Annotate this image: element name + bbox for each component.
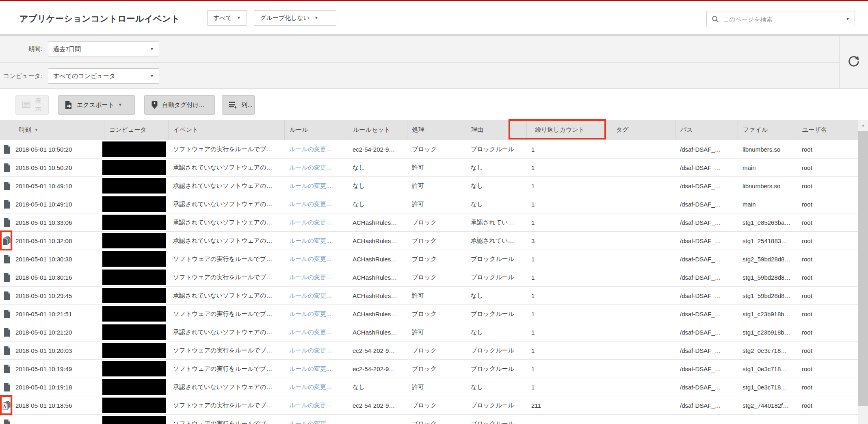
- rule-change-link[interactable]: ルールの変更...: [289, 146, 331, 153]
- reason-cell: ブロックルール: [466, 415, 526, 424]
- table-row[interactable]: 2018-05-01 10:49:10 承認されていないソフトウェアの… ルール…: [0, 177, 858, 195]
- repeat-count-cell: 1: [526, 287, 611, 304]
- action-cell: ブロック: [407, 415, 466, 424]
- table-row[interactable]: 2018-05-01 10:18:56 ソフトウェアの実行をルールでブ… ルール…: [0, 396, 858, 415]
- rule-change-link[interactable]: ルールの変更...: [289, 182, 331, 190]
- column-header-action[interactable]: 処理: [407, 120, 466, 140]
- rule-change-link[interactable]: ルールの変更...: [289, 255, 331, 263]
- table-row[interactable]: 2018-05-01 10:29:45 承認されていないソフトウェアの… ルール…: [0, 287, 858, 305]
- column-header-user[interactable]: ユーザ名: [797, 120, 858, 140]
- event-scope-dropdown[interactable]: すべて ▼: [207, 10, 247, 26]
- filter-panel: 期間: 過去7日間 ▼ コンピュータ: すべてのコンピュータ ▼: [0, 34, 868, 89]
- rule-change-link[interactable]: ルールの変更...: [289, 347, 331, 354]
- column-header-reason[interactable]: 理由: [466, 120, 526, 140]
- rule-change-link[interactable]: ルールの変更...: [289, 328, 331, 336]
- time-cell: [14, 415, 104, 424]
- table-row[interactable]: 2018-05-01 10:50:20 ソフトウェアの実行をルールでブ… ルール…: [0, 140, 858, 159]
- action-cell: 許可: [407, 177, 466, 195]
- rule-cell: ルールの変更...: [284, 268, 348, 286]
- rule-change-link[interactable]: ルールの変更...: [289, 420, 331, 424]
- rule-change-link[interactable]: ルールの変更...: [289, 219, 331, 226]
- column-header-tag[interactable]: タグ: [611, 120, 675, 140]
- events-table: 時刻 ▼ コンピュータ イベント ルール ルールセット 処理 理由 繰り返しカウ…: [0, 120, 858, 424]
- computer-select[interactable]: すべてのコンピュータ ▼: [48, 68, 159, 84]
- ruleset-cell: ACHashRules…: [348, 232, 407, 250]
- user-cell: root: [797, 177, 858, 195]
- event-cell: ソフトウェアの実行をルールでブ…: [168, 396, 284, 414]
- path-cell: /dsaf-DSAF_…: [675, 250, 738, 268]
- tag-cell: [611, 378, 675, 396]
- event-cell: 承認されていないソフトウェアの…: [168, 323, 284, 341]
- user-cell: root: [797, 305, 858, 323]
- table-row[interactable]: 2018-05-01 10:30:30 ソフトウェアの実行をルールでブ… ルール…: [0, 250, 858, 268]
- auto-tag-button[interactable]: 自動タグ付け...: [144, 95, 215, 115]
- table-row[interactable]: 2018-05-01 10:21:51 ソフトウェアの実行をルールでブ… ルール…: [0, 305, 858, 323]
- rule-change-link[interactable]: ルールの変更...: [289, 164, 331, 172]
- column-header-rule[interactable]: ルール: [284, 120, 348, 140]
- scroll-up-arrow-icon[interactable]: ▲: [858, 120, 868, 130]
- computer-cell: [104, 378, 168, 396]
- table-row[interactable]: 2018-05-01 10:50:20 承認されていないソフトウェアの… ルール…: [0, 159, 858, 177]
- table-row[interactable]: 2018-05-01 10:19:18 承認されていないソフトウェアの… ルール…: [0, 378, 858, 396]
- refresh-button[interactable]: [847, 55, 860, 69]
- table-row[interactable]: 2018-05-01 10:20:03 ソフトウェアの実行をルールでブ… ルール…: [0, 341, 858, 360]
- rule-change-link[interactable]: ルールの変更...: [289, 383, 331, 391]
- table-row[interactable]: 2018-05-01 10:21:20 承認されていないソフトウェアの… ルール…: [0, 323, 858, 341]
- computer-name-redacted: [102, 361, 166, 376]
- export-button[interactable]: エクスポート ▼: [58, 95, 135, 115]
- column-header-repeat-count[interactable]: 繰り返しカウント: [526, 120, 611, 140]
- column-header-ruleset[interactable]: ルールセット: [348, 120, 407, 140]
- user-cell: root: [797, 396, 858, 414]
- search-input[interactable]: [723, 16, 842, 23]
- event-icon-cell: [0, 415, 14, 424]
- column-header-computer[interactable]: コンピュータ: [104, 120, 168, 140]
- table-row[interactable]: 2018-05-01 10:49:10 承認されていないソフトウェアの… ルール…: [0, 195, 858, 213]
- path-cell: /dsaf-DSAF_…: [675, 360, 738, 378]
- column-header-event[interactable]: イベント: [168, 120, 284, 140]
- columns-button[interactable]: 列...: [222, 95, 255, 115]
- rule-change-link[interactable]: ルールの変更...: [289, 310, 331, 318]
- document-icon: [4, 310, 11, 318]
- table-row[interactable]: 2018-05-01 10:19:49 ソフトウェアの実行をルールでブ… ルール…: [0, 360, 858, 378]
- rule-change-link[interactable]: ルールの変更...: [289, 402, 331, 409]
- rule-cell: ルールの変更...: [284, 213, 348, 231]
- grouping-dropdown[interactable]: グループ化しない ▼: [254, 10, 336, 26]
- time-cell: 2018-05-01 10:19:18: [14, 378, 104, 396]
- rule-change-link[interactable]: ルールの変更...: [289, 274, 331, 281]
- user-cell: root: [797, 213, 858, 231]
- computer-cell: [104, 195, 168, 213]
- rule-change-link[interactable]: ルールの変更...: [289, 292, 331, 300]
- search-box[interactable]: ▼: [706, 11, 855, 27]
- action-cell: ブロック: [407, 140, 466, 158]
- table-row[interactable]: 2018-05-01 10:33:06 承認されていないソフトウェアの… ルール…: [0, 213, 858, 232]
- scrollbar-thumb[interactable]: [858, 131, 868, 406]
- search-options-caret-icon[interactable]: ▼: [846, 17, 850, 21]
- column-header-path[interactable]: パス: [675, 120, 738, 140]
- reason-cell: ブロックルール: [466, 341, 526, 359]
- reason-cell: なし: [466, 195, 526, 213]
- red-annotation-box-row-icon: [0, 230, 12, 250]
- table-row[interactable]: 2018-05-01 10:32:08 承認されていないソフトウェアの… ルール…: [0, 232, 858, 250]
- computer-cell: [104, 140, 168, 158]
- column-header-file[interactable]: ファイル: [738, 120, 797, 140]
- computer-filter-row: コンピュータ: すべてのコンピュータ ▼: [0, 63, 839, 89]
- event-icon-cell: [0, 232, 14, 250]
- table-body: 2018-05-01 10:50:20 ソフトウェアの実行をルールでブ… ルール…: [0, 140, 858, 424]
- user-cell: root: [797, 360, 858, 378]
- rule-change-link[interactable]: ルールの変更...: [289, 200, 331, 208]
- computer-name-redacted: [102, 160, 166, 175]
- period-select[interactable]: 過去7日間 ▼: [48, 41, 159, 57]
- table-row[interactable]: ソフトウェアの実行をルールでブ… ルールの変更... ブロック ブロックルール: [0, 415, 858, 424]
- table-row[interactable]: 2018-05-01 10:30:16 ソフトウェアの実行をルールでブ… ルール…: [0, 268, 858, 287]
- ruleset-cell: ACHashRules…: [348, 213, 407, 231]
- document-icon: [4, 218, 11, 227]
- file-cell: libnumbers.so: [738, 140, 797, 158]
- ruleset-cell: ACHashRules…: [348, 323, 407, 341]
- rule-change-link[interactable]: ルールの変更...: [289, 237, 331, 245]
- path-cell: /dsaf-DSAF_…: [675, 287, 738, 304]
- vertical-scrollbar[interactable]: ▲: [858, 120, 868, 424]
- time-cell: 2018-05-01 10:50:20: [14, 159, 104, 176]
- column-header-time[interactable]: 時刻 ▼: [14, 120, 104, 140]
- rule-change-link[interactable]: ルールの変更...: [289, 365, 331, 373]
- tag-cell: [611, 140, 675, 158]
